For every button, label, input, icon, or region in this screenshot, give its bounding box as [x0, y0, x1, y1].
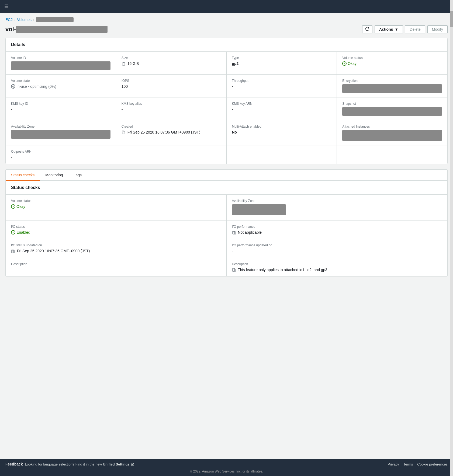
details-card: Details Volume ID Size 16 — [5, 38, 448, 164]
detail-attached-instances: Attached Instances — [337, 120, 447, 145]
size-value: 16 GiB — [122, 61, 221, 66]
attached-instances-label: Attached Instances — [342, 125, 442, 128]
page-header: vol- Actions ▼ Delete Modify — [5, 25, 448, 33]
throughput-value: - — [232, 84, 331, 89]
dropdown-arrow-icon: ▼ — [395, 27, 398, 32]
copy-doc-icon — [122, 62, 125, 66]
modify-button[interactable]: Modify — [427, 25, 448, 33]
sc-io-performance-updated: I/O performance updated on - — [227, 239, 448, 258]
status-checks-content: Status checks Volume status Okay Availab… — [5, 181, 448, 276]
az-value — [11, 130, 110, 139]
unified-settings-link[interactable]: Unified Settings — [103, 462, 130, 466]
sc-desc-right-label: Description — [232, 262, 442, 266]
feedback-button[interactable]: Feedback — [5, 462, 23, 466]
breadcrumb-volumes-link[interactable]: Volumes — [17, 18, 32, 22]
iops-label: IOPS — [122, 79, 221, 83]
sc-io-performance-value: Not applicable — [232, 230, 442, 234]
refresh-button[interactable] — [362, 25, 372, 33]
kms-key-id-value: - — [11, 107, 110, 111]
detail-az: Availability Zone — [6, 120, 116, 145]
sc-io-status-text: Enabled — [16, 230, 30, 234]
header-actions: Actions ▼ Delete Modify — [362, 25, 448, 33]
kms-key-arn-value: - — [232, 107, 331, 111]
multi-attach-value: No — [232, 130, 331, 134]
footer-message: Looking for language selection? Find it … — [25, 462, 134, 466]
status-checks-grid: Volume status Okay Availability Zone I/O… — [6, 195, 447, 276]
external-link-icon — [131, 463, 134, 466]
throughput-label: Throughput — [232, 79, 331, 83]
sc-io-performance-updated-label: I/O performance updated on — [232, 243, 442, 247]
detail-empty-2 — [227, 145, 337, 164]
sc-io-status-label: I/O status — [11, 225, 221, 229]
detail-throughput: Throughput - — [227, 75, 337, 97]
kms-key-arn-label: KMS key ARN — [232, 102, 331, 106]
sc-desc-right-text: This feature only applies to attached io… — [238, 268, 327, 272]
sc-io-status-updated: I/O status updated on Fri Sep 25 2020 16… — [6, 239, 227, 258]
sc-status-ok-icon — [11, 204, 15, 209]
iops-value: 100 — [122, 84, 221, 89]
copyright-text: © 2022, Amazon Web Services, Inc. or its… — [190, 470, 263, 473]
sc-io-status-updated-text: Fri Sep 25 2020 16:07:36 GMT+0900 (JST) — [17, 249, 90, 253]
detail-iops: IOPS 100 — [116, 75, 227, 97]
tabs: Status checks Monitoring Tags — [6, 170, 447, 181]
size-label: Size — [122, 56, 221, 60]
detail-size: Size 16 GiB — [116, 52, 227, 75]
kms-key-id-label: KMS key ID — [11, 102, 110, 106]
hamburger-icon[interactable]: ☰ — [4, 4, 9, 9]
sc-desc-left-value: - — [11, 268, 221, 272]
attached-instances-redacted — [342, 130, 442, 141]
created-date-text: Fri Sep 25 2020 16:07:36 GMT+0900 (JST) — [127, 130, 200, 134]
kms-key-alias-label: KMS key alias — [122, 102, 221, 106]
footer-message-text: Looking for language selection? Find it … — [25, 462, 102, 466]
sc-volume-status: Volume status Okay — [6, 195, 227, 220]
sc-volume-status-text: Okay — [16, 204, 25, 209]
tab-status-checks[interactable]: Status checks — [6, 170, 40, 181]
size-val-text: 16 GiB — [127, 61, 139, 66]
privacy-link[interactable]: Privacy — [388, 462, 399, 466]
sc-az-redacted — [232, 204, 286, 215]
az-redacted — [11, 130, 110, 139]
scrollbar-thumb[interactable] — [450, 11, 453, 27]
sc-io-ok-icon — [11, 230, 15, 234]
created-value: Fri Sep 25 2020 16:07:36 GMT+0900 (JST) — [122, 130, 221, 134]
io-perf-doc-icon — [232, 231, 236, 234]
detail-volume-status: Volume status Okay — [337, 52, 447, 75]
sc-io-performance-updated-value: - — [232, 249, 442, 253]
tabs-wrapper: Status checks Monitoring Tags — [5, 169, 448, 181]
actions-button[interactable]: Actions ▼ — [375, 25, 403, 33]
footer-left: Feedback Looking for language selection?… — [5, 462, 134, 466]
sc-io-status: I/O status Enabled — [6, 220, 227, 239]
status-checks-card-header: Status checks — [6, 181, 447, 195]
volume-state-value: ⊙ In-use - optimizing (0%) — [11, 84, 110, 89]
encryption-value — [342, 84, 442, 93]
sc-desc-right-value: This feature only applies to attached io… — [232, 268, 442, 272]
sc-io-performance: I/O performance Not applicable — [227, 220, 448, 239]
outposts-arn-value: - — [11, 155, 110, 159]
detail-kms-key-alias: KMS key alias - — [116, 97, 227, 120]
footer: Feedback Looking for language selection?… — [0, 459, 453, 470]
main-content: EC2 › Volumes › vol- Actions — [0, 13, 453, 459]
detail-encryption: Encryption — [337, 75, 447, 97]
page-title-prefix: vol- — [5, 26, 16, 33]
breadcrumb-current — [36, 17, 74, 22]
top-navigation: ☰ — [0, 0, 453, 13]
delete-button[interactable]: Delete — [405, 25, 425, 33]
kms-key-alias-value: - — [122, 107, 221, 111]
status-inuse-icon: ⊙ — [11, 84, 15, 89]
breadcrumb-sep-2: › — [33, 18, 34, 22]
tab-monitoring[interactable]: Monitoring — [40, 170, 68, 181]
detail-created: Created Fri Sep 25 2020 16:07:36 GMT+090… — [116, 120, 227, 145]
sc-io-status-updated-label: I/O status updated on — [11, 243, 221, 247]
io-updated-doc-icon — [11, 250, 15, 253]
breadcrumb-ec2-link[interactable]: EC2 — [5, 18, 13, 22]
footer-copyright: © 2022, Amazon Web Services, Inc. or its… — [0, 470, 453, 476]
breadcrumb: EC2 › Volumes › — [5, 17, 448, 22]
cookie-link[interactable]: Cookie preferences — [417, 462, 448, 466]
terms-link[interactable]: Terms — [403, 462, 413, 466]
sc-description-right: Description This feature only applies to… — [227, 258, 448, 276]
volume-status-text: Okay — [348, 61, 357, 66]
scrollbar[interactable] — [450, 0, 453, 476]
tab-tags[interactable]: Tags — [68, 170, 87, 181]
sc-io-status-value: Enabled — [11, 230, 221, 234]
detail-multi-attach: Multi-Attach enabled No — [227, 120, 337, 145]
